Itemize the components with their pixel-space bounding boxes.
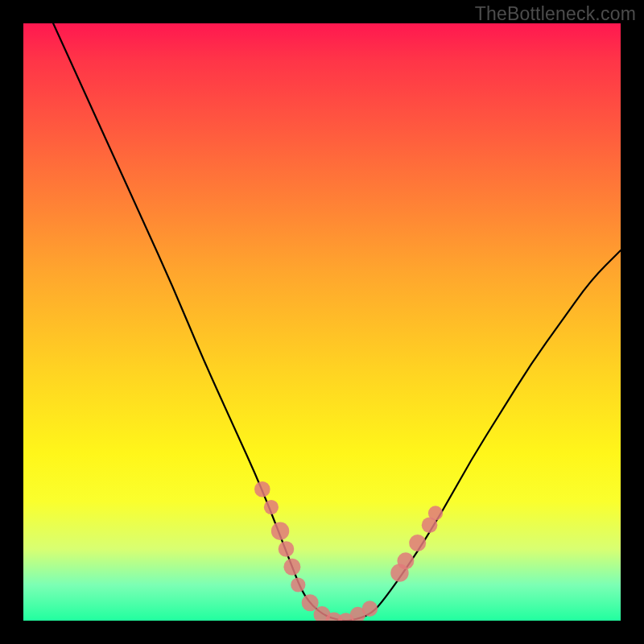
marker-point [279, 541, 295, 557]
watermark-text: TheBottleneck.com [475, 3, 636, 25]
marker-point [254, 481, 270, 497]
marker-point [271, 522, 289, 540]
highlighted-points [254, 481, 443, 621]
marker-point [397, 552, 414, 569]
marker-point [362, 601, 378, 617]
bottleneck-curve [53, 23, 621, 621]
marker-point [302, 594, 319, 611]
marker-point [409, 535, 426, 551]
marker-point [291, 577, 305, 592]
chart-frame: TheBottleneck.com [0, 0, 644, 644]
chart-svg [23, 23, 621, 621]
plot-area [23, 23, 621, 621]
marker-point [264, 500, 279, 514]
marker-point [283, 559, 300, 576]
marker-point [428, 506, 443, 520]
